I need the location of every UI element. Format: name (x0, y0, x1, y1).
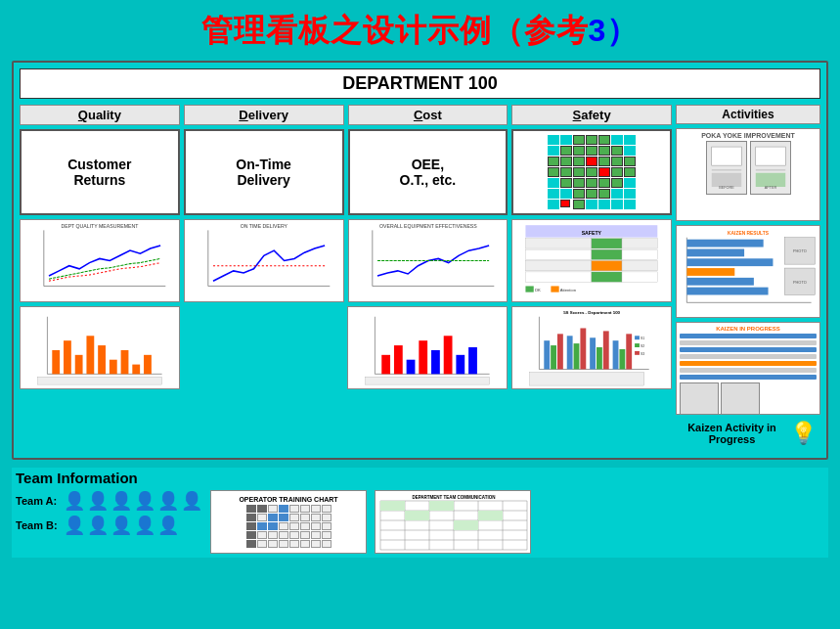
metric-quality: CustomerReturns (20, 129, 180, 215)
team-a-icons: 👤 👤 👤 👤 👤 👤 (64, 490, 202, 512)
svg-rect-29 (552, 286, 559, 292)
svg-rect-22 (592, 261, 622, 271)
tg-cell (311, 531, 321, 539)
tg-cell (246, 514, 256, 521)
svg-rect-68 (603, 331, 609, 369)
tg-cell (279, 505, 288, 513)
board-left: Quality Delivery Cost Safety CustomerRet… (20, 105, 672, 452)
training-chart-title: OPERATOR TRAINING CHART (239, 496, 337, 503)
quality-barchart (20, 306, 180, 389)
tg-cell (268, 522, 278, 530)
cost-barchart (347, 306, 508, 389)
svg-text:S1: S1 (641, 337, 644, 340)
team-content: Team A: 👤 👤 👤 👤 👤 👤 Team B: 👤 👤 👤 👤 (12, 488, 828, 558)
svg-rect-18 (526, 249, 592, 259)
pokayoke-boxes: BEFORE AFTER (706, 141, 791, 195)
safety-table: SAFETY (512, 220, 671, 301)
tg-cell (300, 522, 310, 530)
svg-rect-35 (64, 340, 71, 374)
quality-bars (21, 307, 179, 388)
training-grid (246, 505, 332, 548)
svg-text:KAIZEN RESULTS: KAIZEN RESULTS (728, 231, 770, 236)
metric-safety (511, 129, 672, 215)
svg-rect-55 (365, 377, 489, 384)
svg-rect-78 (529, 372, 643, 385)
svg-rect-4 (193, 220, 334, 301)
svg-rect-42 (144, 355, 152, 375)
svg-rect-19 (592, 249, 622, 259)
title-num: 3） (589, 13, 640, 48)
svg-rect-72 (635, 336, 640, 339)
person-icon-b2: 👤 (87, 515, 109, 536)
person-icon-6: 👤 (181, 490, 202, 512)
svg-rect-52 (443, 336, 452, 374)
comm-chart: DEPARTMENT TEAM COMMUNICATION (375, 490, 531, 554)
tg-cell (268, 531, 278, 539)
tg-cell (311, 505, 321, 513)
delivery-chart-empty (184, 306, 342, 389)
pokayoke-box-2: AFTER (750, 141, 791, 195)
tg-cell (268, 540, 278, 548)
svg-rect-15 (526, 239, 592, 248)
svg-rect-96 (686, 268, 734, 276)
chart-row-1: DEPT QUALITY MEASUREMENT ON TIME DE (20, 219, 672, 302)
svg-rect-120 (429, 501, 454, 511)
svg-rect-37 (86, 336, 94, 374)
tg-cell (268, 514, 278, 521)
kaizen-photos (680, 382, 817, 415)
metric-row: CustomerReturns On-TimeDelivery OEE,O.T.… (20, 129, 672, 215)
comm-chart-svg: DEPARTMENT TEAM COMMUNICATION (376, 491, 531, 554)
pokayoke-card: POKA YOKE IMPROVEMENT BEFORE (676, 128, 820, 221)
svg-rect-118 (380, 501, 405, 511)
svg-rect-70 (619, 349, 625, 370)
activities-header: Activities (676, 105, 820, 124)
svg-text:S3: S3 (641, 352, 644, 356)
svg-rect-17 (622, 239, 657, 248)
category-safety: Safety (511, 105, 672, 125)
kaizen-line-1 (680, 334, 817, 338)
svg-rect-26 (622, 272, 657, 282)
svg-rect-103 (376, 491, 531, 554)
title-text: 管理看板之设计示例（参考 (201, 13, 589, 48)
svg-rect-94 (686, 248, 744, 256)
cost-chart-1: OVERALL EQUIPMENT EFFECTIVENESS (348, 219, 508, 302)
svg-text:OVERALL EQUIPMENT EFFECTIVENES: OVERALL EQUIPMENT EFFECTIVENESS (379, 223, 477, 229)
svg-text:OK: OK (535, 288, 541, 292)
svg-rect-65 (580, 328, 586, 369)
svg-rect-49 (406, 360, 415, 375)
page-title: 管理看板之设计示例（参考3） (0, 0, 840, 61)
tg-cell (279, 514, 288, 521)
cost-bars (348, 307, 507, 388)
svg-text:BEFORE: BEFORE (719, 186, 734, 190)
svg-rect-98 (686, 288, 768, 295)
svg-rect-27 (526, 286, 534, 292)
svg-text:SAFETY: SAFETY (582, 230, 602, 236)
kaizen-checklist (680, 334, 817, 380)
svg-rect-51 (431, 350, 440, 374)
svg-rect-53 (456, 355, 464, 375)
pokayoke-diagram-1: BEFORE (707, 141, 746, 195)
svg-text:AFTER: AFTER (764, 186, 776, 190)
kaizen-results-chart: KAIZEN RESULTS PHOTO PHOTO (677, 226, 819, 317)
svg-rect-43 (38, 377, 162, 384)
svg-rect-47 (381, 355, 390, 375)
svg-rect-119 (405, 511, 429, 520)
person-icon-2: 👤 (87, 490, 109, 512)
tg-cell (289, 531, 299, 539)
category-row: Quality Delivery Cost Safety (20, 105, 672, 125)
svg-rect-63 (566, 336, 572, 369)
svg-rect-25 (592, 272, 622, 282)
tg-cell (246, 522, 256, 530)
kaizen-line-2 (680, 340, 817, 345)
svg-rect-122 (478, 511, 503, 520)
svg-rect-76 (635, 351, 640, 355)
cost-linechart: OVERALL EQUIPMENT EFFECTIVENESS (349, 220, 508, 301)
main-board: DEPARTMENT 100 Quality Delivery Cost Saf… (12, 61, 828, 460)
svg-rect-24 (526, 272, 592, 282)
person-icon-5: 👤 (157, 490, 179, 512)
svg-rect-74 (635, 343, 640, 347)
pokayoke-title: POKA YOKE IMPROVEMENT (701, 132, 795, 139)
pokayoke-box-1: BEFORE (706, 141, 747, 195)
svg-text:PHOTO: PHOTO (793, 280, 807, 285)
person-icon-4: 👤 (134, 490, 155, 512)
